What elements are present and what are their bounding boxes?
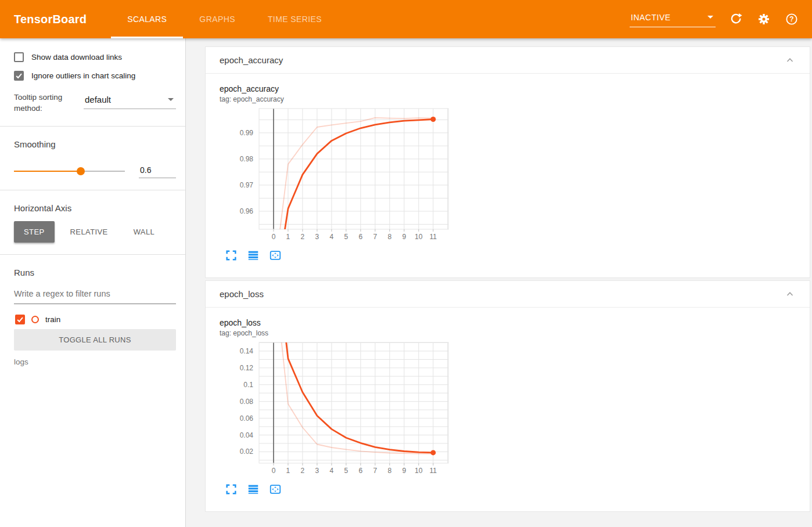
svg-text:0: 0: [272, 467, 276, 475]
fit-to-data-button[interactable]: [268, 248, 282, 262]
axis-button-step[interactable]: STEP: [14, 221, 55, 243]
refresh-button[interactable]: [728, 12, 743, 27]
svg-text:7: 7: [373, 233, 378, 241]
smoothing-label: Smoothing: [14, 139, 176, 149]
section-epoch-accuracy: epoch_accuracy epoch_accuracy tag: epoch…: [205, 46, 810, 278]
svg-text:?: ?: [789, 15, 793, 23]
settings-button[interactable]: [756, 12, 771, 27]
data-table-button[interactable]: [246, 482, 260, 496]
sidebar-general-section: Show data download links Ignore outliers…: [0, 38, 185, 126]
svg-text:0.04: 0.04: [240, 431, 254, 439]
axis-button-relative[interactable]: RELATIVE: [60, 221, 118, 243]
svg-text:0.99: 0.99: [240, 129, 254, 137]
content: Show data download links Ignore outliers…: [0, 38, 812, 527]
svg-text:6: 6: [359, 467, 363, 475]
run-color-circle[interactable]: [31, 316, 39, 323]
svg-text:7: 7: [373, 467, 378, 475]
chevron-down-icon: [707, 16, 713, 19]
checkbox-label: Show data download links: [31, 53, 122, 62]
section-body: epoch_loss tag: epoch_loss 0123456789101…: [206, 308, 810, 511]
svg-text:5: 5: [344, 233, 348, 241]
checkbox-ignore-outliers[interactable]: Ignore outliers in chart scaling: [14, 71, 176, 81]
svg-text:0.06: 0.06: [240, 414, 254, 423]
svg-text:1: 1: [286, 467, 290, 475]
runs-group-footer: logs: [14, 358, 176, 366]
checkbox-checked-icon: [14, 71, 24, 81]
fit-to-data-icon: [269, 483, 282, 496]
svg-text:9: 9: [402, 467, 406, 475]
chart-tag: tag: epoch_accuracy: [220, 95, 796, 103]
fullscreen-button[interactable]: [224, 248, 238, 262]
tab-time-series[interactable]: TIME SERIES: [251, 0, 338, 38]
loss-line-chart[interactable]: 012345678910110.020.040.060.080.10.120.1…: [221, 341, 450, 478]
help-button[interactable]: ?: [784, 12, 799, 27]
chevron-up-icon[interactable]: [785, 290, 795, 299]
sidebar-horizontal-axis-section: Horizontal Axis STEP RELATIVE WALL: [0, 190, 185, 254]
toggle-all-runs-button[interactable]: TOGGLE ALL RUNS: [14, 329, 176, 351]
run-checkbox-train[interactable]: [15, 315, 25, 324]
svg-text:8: 8: [387, 233, 391, 241]
help-icon: ?: [785, 12, 799, 26]
reload-status-dropdown[interactable]: INACTIVE: [630, 12, 716, 27]
svg-text:11: 11: [430, 233, 437, 241]
reload-status-value: INACTIVE: [631, 13, 671, 22]
section-header-epoch-loss[interactable]: epoch_loss: [206, 281, 810, 308]
svg-text:0.14: 0.14: [240, 347, 254, 355]
svg-text:1: 1: [286, 233, 290, 241]
refresh-icon: [729, 12, 743, 26]
data-table-icon: [247, 483, 260, 496]
runs-filter-input[interactable]: [14, 286, 176, 304]
svg-text:0.98: 0.98: [240, 155, 254, 163]
svg-text:4: 4: [330, 233, 334, 241]
smoothing-slider[interactable]: [14, 171, 125, 172]
app-title: TensorBoard: [0, 0, 100, 38]
checkbox-show-download-links[interactable]: Show data download links: [14, 52, 176, 62]
section-body: epoch_accuracy tag: epoch_accuracy 01234…: [206, 74, 810, 277]
tab-scalars[interactable]: SCALARS: [111, 0, 183, 38]
section-epoch-loss: epoch_loss epoch_loss tag: epoch_loss 01…: [205, 280, 810, 512]
chart-epoch-accuracy: epoch_accuracy tag: epoch_accuracy 01234…: [220, 84, 796, 262]
run-item-train[interactable]: train: [15, 315, 176, 324]
svg-text:4: 4: [330, 467, 334, 475]
chart-epoch-loss: epoch_loss tag: epoch_loss 0123456789101…: [220, 318, 796, 496]
smoothing-slider-fill: [14, 171, 81, 172]
run-label: train: [45, 315, 60, 324]
smoothing-slider-thumb[interactable]: [77, 167, 85, 175]
fullscreen-button[interactable]: [224, 482, 238, 496]
app-header: TensorBoard SCALARS GRAPHS TIME SERIES I…: [0, 0, 812, 38]
checkbox-label: Ignore outliers in chart scaling: [31, 71, 135, 80]
tooltip-sorting-row: Tooltip sorting method: default: [14, 92, 176, 114]
data-table-button[interactable]: [246, 248, 260, 262]
svg-text:0.1: 0.1: [243, 381, 253, 389]
tab-time-series-label: TIME SERIES: [268, 15, 322, 24]
section-title: epoch_accuracy: [220, 55, 283, 65]
svg-text:11: 11: [430, 467, 437, 475]
chart-actions: [224, 248, 796, 262]
smoothing-slider-row: [14, 164, 176, 178]
fullscreen-icon: [225, 483, 238, 496]
tab-graphs[interactable]: GRAPHS: [183, 0, 251, 38]
accuracy-line-chart[interactable]: 012345678910110.960.970.980.99: [221, 107, 450, 244]
sidebar-runs-section: Runs train TOGGLE ALL RUNS logs: [0, 255, 185, 378]
svg-text:6: 6: [359, 233, 363, 241]
horizontal-axis-buttons: STEP RELATIVE WALL: [14, 221, 176, 243]
svg-text:0.96: 0.96: [240, 207, 254, 215]
svg-text:0.97: 0.97: [240, 181, 254, 189]
svg-text:3: 3: [315, 233, 319, 241]
chart-title: epoch_loss: [220, 318, 796, 327]
chevron-up-icon[interactable]: [785, 56, 795, 65]
chart-tag: tag: epoch_loss: [220, 329, 796, 337]
axis-button-wall[interactable]: WALL: [124, 221, 165, 243]
data-table-icon: [247, 249, 260, 262]
tooltip-sorting-dropdown[interactable]: default: [84, 93, 176, 109]
sidebar: Show data download links Ignore outliers…: [0, 38, 186, 527]
svg-text:8: 8: [387, 467, 391, 475]
section-header-epoch-accuracy[interactable]: epoch_accuracy: [206, 47, 810, 74]
section-title: epoch_loss: [220, 289, 264, 299]
svg-text:3: 3: [315, 467, 319, 475]
smoothing-value-input[interactable]: [139, 164, 176, 178]
fit-to-data-button[interactable]: [268, 482, 282, 496]
tooltip-sorting-label: Tooltip sorting method:: [14, 92, 84, 114]
main-content: epoch_accuracy epoch_accuracy tag: epoch…: [186, 38, 812, 527]
tab-graphs-label: GRAPHS: [199, 15, 235, 24]
